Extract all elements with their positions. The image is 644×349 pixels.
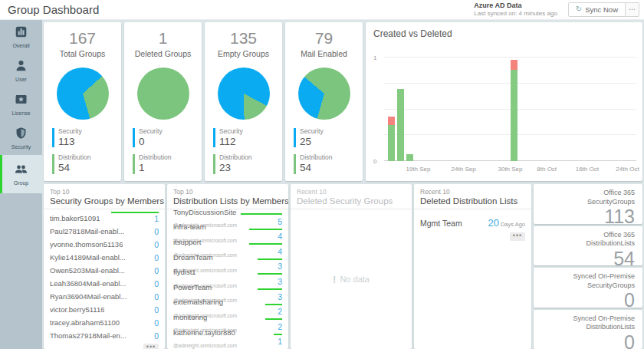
member-count: 1 [278,337,282,346]
chart-title: Created vs Deleted [366,22,642,45]
summary-value: 54 [541,249,635,265]
bar-chart-icon [15,25,28,41]
created-segment [406,154,413,161]
data-source-label: Azure AD Data [474,2,557,10]
list-item[interactable]: yvonne.thomson511360 [50,238,159,251]
distribution-lists-list: TonyDiscussionSite@admeight.onmicrosoft.… [167,209,288,347]
member-count: 4 [278,247,282,256]
panel-header: Recent 10 Deleted Security Groups [291,184,412,209]
sidebar-item-group[interactable]: Group [0,155,42,193]
list-item[interactable]: katherine.taylor880@admeight.onmicrosoft… [173,332,282,347]
stat-card-empty-groups: 135Empty GroupsSecurity112Distribution23 [205,22,282,181]
member-count: 1 [154,214,159,223]
stat-label: Total Groups [44,49,121,58]
summary-title-line2: DistributionLists [541,323,635,332]
user-icon [15,59,28,75]
stat-value: 167 [44,29,121,48]
member-count: 0 [154,305,159,314]
stat-card-total-groups: 167Total GroupsSecurity113Distribution54 [44,22,121,181]
member-count: 3 [278,262,282,271]
distribution-count: Distribution54 [52,154,113,173]
panel-deleted-security-groups: Recent 10 Deleted Security Groups ! No d… [291,184,412,349]
group-name: TonyDiscussionSite [173,209,237,216]
list-item[interactable]: Leah36804Mail-enabl...0 [50,277,159,290]
security-label: Security [300,128,354,136]
group-name: PowerTeam [173,284,237,291]
y-axis-tick-max: 1 [373,54,376,61]
member-count: 3 [278,292,282,301]
main-content: 167Total GroupsSecurity113Distribution54… [44,22,642,349]
sidebar-item-license[interactable]: License [0,87,42,121]
member-count: 0 [154,279,159,288]
list-item[interactable]: Paul27818Mail-enabl...0 [50,225,159,238]
distribution-count: Distribution54 [294,154,354,173]
summary-title-line1: Synced On-Premise [541,272,635,282]
sidebar-item-security[interactable]: Security [0,121,42,155]
group-name: flydist1 [173,268,237,276]
summary-title-line1: Synced On-Premise [541,314,635,324]
sync-now-label: Sync Now [585,5,618,14]
group-icon [15,163,28,179]
sidebar-nav: OverallUserLicenseSecurityGroup [0,20,42,349]
panel-eyebrow: Top 10 [50,188,159,196]
pie-chart [298,67,350,120]
distribution-value: 54 [58,162,113,174]
summary-value: 0 [541,290,635,307]
more-button[interactable]: ••• [510,232,525,241]
mini-stats: Security112Distribution23 [205,128,282,174]
chart-bar [406,58,413,161]
refresh-icon: ↻ [576,5,582,13]
deleted-when: 20Days Ago [488,216,525,229]
distribution-value: 54 [300,162,354,174]
security-label: Security [139,128,193,136]
security-groups-list: tim.baker510911Paul27818Mail-enabl...0yv… [44,209,165,342]
security-label: Security [58,128,113,136]
distribution-count: Distribution23 [213,154,274,173]
sync-now-button[interactable]: ↻ Sync Now [568,2,626,17]
summary-title: Office 365DistributionLists [541,231,635,249]
sidebar-item-overall[interactable]: Overall [0,20,42,54]
summary-title: Office 365SecurityGroups [541,189,635,206]
panel-title: Deleted Security Groups [297,196,406,206]
list-item[interactable]: Ryan36904Mail-enabl...0 [50,290,159,303]
group-identity: katherine.taylor880@admeight.onmicrosoft… [173,329,237,349]
member-bar [258,273,282,275]
bottom-row: Top 10 Security Groups by Members tim.ba… [44,184,642,349]
pie-chart [57,67,109,120]
list-item[interactable]: Kylie14189Mail-enabl...0 [50,251,159,264]
distribution-label: Distribution [58,154,113,162]
days-ago-unit: Days Ago [501,221,525,228]
pie-chart [218,67,270,120]
member-count: 4 [278,232,282,241]
mini-stats: Security25Distribution54 [285,128,363,174]
mini-stats: Security0Distribution1 [124,128,202,174]
group-name: Ryan36904Mail-enabl... [50,292,127,301]
summary-card-synced-on-premise-securitygroups: Synced On-PremiseSecurityGroups0 [534,268,642,308]
stat-card-mail-enabled: 79Mail EnabledSecurity25Distribution54 [285,22,363,181]
distribution-label: Distribution [139,154,193,162]
list-item[interactable]: victor.berry511160 [50,303,159,316]
list-item[interactable]: tracey.abraham511000 [50,316,159,329]
summary-title: Synced On-PremiseSecurityGroups [541,272,635,290]
member-count: 0 [154,331,159,341]
security-value: 25 [300,136,354,148]
header-more-button[interactable]: ⋯ [626,2,639,17]
sync-area: Azure AD Data Last synced on: 4 minutes … [474,2,639,17]
list-item[interactable]: Thomas27918Mail-en...0 [50,329,159,342]
sidebar-item-user[interactable]: User [0,54,42,87]
deleted-list-item[interactable]: Mgmt Team 20Days Ago [414,209,531,231]
group-name: itsupport [173,239,237,246]
summary-title-line2: SecurityGroups [541,282,635,291]
panel-title: Security Groups by Members [50,196,159,206]
more-button[interactable]: ••• [143,344,159,349]
stat-value: 79 [285,29,363,48]
panel-eyebrow: Recent 10 [420,188,525,196]
member-count: 0 [154,240,159,249]
stat-label: Empty Groups [205,49,282,58]
list-item[interactable]: tim.baker510911 [50,212,159,225]
summary-card-office-365-securitygroups: Office 365SecurityGroups113 [534,184,642,224]
panel-security-groups: Top 10 Security Groups by Members tim.ba… [44,184,165,349]
panel-header: Top 10 Security Groups by Members [44,184,165,209]
panel-header: Top 10 Distribution Lists by Members [167,184,288,209]
list-item[interactable]: Owen5203Mail-enabl...0 [50,264,159,277]
